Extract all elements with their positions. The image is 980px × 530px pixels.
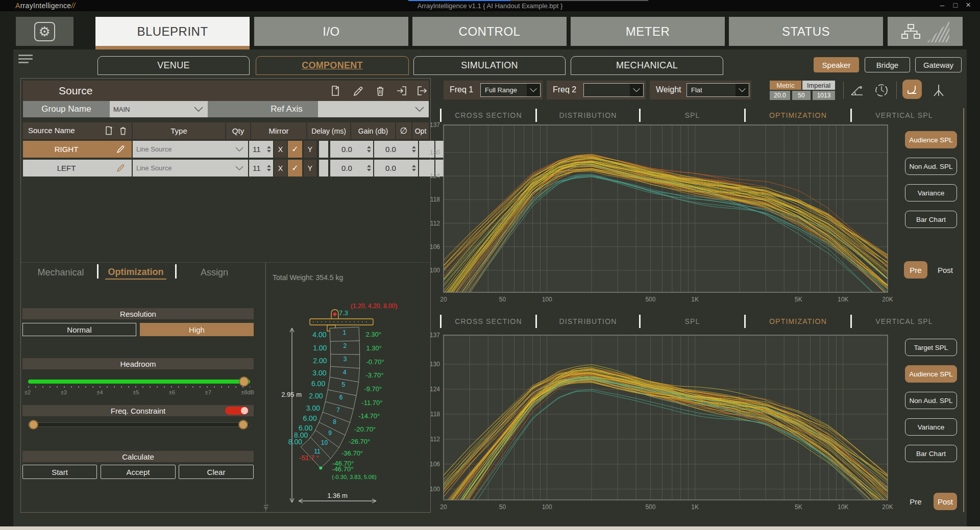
stepper-arrows-icon[interactable] bbox=[267, 165, 271, 171]
chart1-bar-chart-button[interactable]: Bar Chart bbox=[905, 211, 957, 228]
env-humidity-value[interactable]: 50 bbox=[792, 91, 811, 100]
chart-tab-spl[interactable]: SPL bbox=[641, 317, 744, 325]
env-temperature-value[interactable]: 20.0 bbox=[770, 91, 790, 100]
chart2-audience-spl-button[interactable]: Audience SPL bbox=[905, 365, 957, 383]
subtab-simulation[interactable]: SIMULATION bbox=[413, 56, 566, 75]
subtab-venue[interactable]: VENUE bbox=[97, 56, 250, 75]
mode-gateway-button[interactable]: Gateway bbox=[915, 57, 962, 72]
mirror-x-checkbox[interactable]: ✓ bbox=[288, 141, 302, 158]
delay-stepper[interactable]: 0.0 bbox=[330, 141, 373, 158]
headroom-slider[interactable] bbox=[28, 380, 250, 384]
chart1-non-aud-spl-button[interactable]: Non Aud. SPL bbox=[905, 158, 957, 175]
chart1-audience-spl-button[interactable]: Audience SPL bbox=[905, 131, 957, 148]
clear-button[interactable]: Clear bbox=[179, 465, 254, 479]
chart2-pre-button[interactable]: Pre bbox=[904, 493, 927, 510]
weight-dropdown[interactable]: Flat bbox=[687, 83, 749, 97]
mirror-y-checkbox[interactable] bbox=[319, 141, 328, 158]
mirror-x-checkbox[interactable]: ✓ bbox=[288, 160, 302, 176]
minimize-button[interactable]: – bbox=[940, 1, 944, 9]
source-name-cell[interactable]: LEFT bbox=[23, 160, 132, 176]
chart-tab-vertical-spl[interactable]: VERTICAL SPL bbox=[852, 111, 957, 119]
chart2-bar-chart-button[interactable]: Bar Chart bbox=[905, 445, 957, 462]
settings-nav-button[interactable]: ⚙ bbox=[16, 17, 74, 46]
subtab-mechanical[interactable]: MECHANICAL bbox=[571, 56, 723, 75]
freq-range-knob-high[interactable] bbox=[238, 420, 248, 430]
freq-constraint-toggle[interactable] bbox=[225, 407, 249, 415]
freq1-dropdown[interactable]: Full Range bbox=[480, 83, 541, 97]
chart-tab-distribution[interactable]: DISTRIBUTION bbox=[537, 317, 639, 325]
tab-control[interactable]: CONTROL bbox=[412, 17, 567, 46]
chart2-variance-button[interactable]: Variance bbox=[905, 418, 957, 436]
chart-tab-optimization[interactable]: OPTIMIZATION bbox=[746, 317, 850, 325]
mode-speaker-button[interactable]: Speaker bbox=[814, 57, 859, 72]
menu-hamburger-button[interactable] bbox=[18, 55, 33, 65]
tab-io[interactable]: I/O bbox=[254, 17, 408, 46]
chart-tab-vertical-spl[interactable]: VERTICAL SPL bbox=[852, 317, 957, 325]
chart-tab-optimization[interactable]: OPTIMIZATION bbox=[746, 111, 850, 119]
qty-stepper[interactable]: 11 bbox=[249, 141, 273, 158]
chart1-post-button[interactable]: Post bbox=[934, 261, 957, 279]
close-button[interactable]: × bbox=[966, 0, 971, 10]
resolution-high-button[interactable]: High bbox=[140, 323, 254, 336]
stepper-arrows-icon[interactable] bbox=[267, 146, 271, 153]
chart2-non-aud-spl-button[interactable]: Non Aud. SPL bbox=[905, 392, 957, 409]
tab-status[interactable]: STATUS bbox=[729, 17, 883, 46]
accept-button[interactable]: Accept bbox=[101, 465, 176, 479]
edit-source-icon[interactable] bbox=[352, 85, 364, 97]
type-dropdown[interactable]: Line Source bbox=[133, 160, 248, 176]
tab-assign-lower[interactable]: Assign bbox=[194, 265, 235, 280]
mirror-y-label: Y bbox=[304, 160, 316, 176]
stepper-arrows-icon[interactable] bbox=[367, 165, 371, 171]
qty-stepper[interactable]: 11 bbox=[249, 160, 273, 176]
tab-meter[interactable]: METER bbox=[571, 17, 725, 46]
env-pressure-value[interactable]: 1013 bbox=[813, 91, 835, 100]
gain-stepper[interactable]: 0.0 bbox=[374, 141, 418, 158]
stepper-arrows-icon[interactable] bbox=[412, 146, 416, 153]
import-source-icon[interactable] bbox=[396, 85, 408, 97]
mode-bridge-button[interactable]: Bridge bbox=[865, 57, 910, 72]
angle-tool-icon[interactable] bbox=[849, 83, 865, 98]
stepper-arrows-icon[interactable] bbox=[367, 146, 371, 153]
headroom-slider-knob[interactable] bbox=[239, 376, 249, 387]
gauge-icon[interactable] bbox=[874, 83, 889, 98]
pencil-icon[interactable] bbox=[116, 144, 126, 154]
tab-mechanical-lower[interactable]: Mechanical bbox=[33, 265, 89, 280]
export-source-icon[interactable] bbox=[416, 85, 428, 97]
chart1-pre-button[interactable]: Pre bbox=[904, 261, 927, 279]
chart2-post-button[interactable]: Post bbox=[934, 493, 957, 510]
delete-source-icon[interactable] bbox=[374, 85, 386, 97]
chart2-target-spl-button[interactable]: Target SPL bbox=[905, 339, 957, 356]
add-source-icon[interactable] bbox=[329, 85, 341, 97]
pencil-icon[interactable] bbox=[116, 163, 126, 173]
tripod-icon[interactable] bbox=[931, 83, 946, 98]
delay-stepper[interactable]: 0.0 bbox=[330, 160, 373, 176]
tab-optimization-lower[interactable]: Optimization bbox=[105, 265, 166, 280]
maximize-button[interactable]: □ bbox=[953, 1, 958, 9]
delete-row-icon[interactable] bbox=[118, 125, 128, 136]
group-name-dropdown[interactable]: MAIN bbox=[110, 101, 208, 117]
network-logo-button[interactable] bbox=[888, 17, 963, 46]
add-row-icon[interactable] bbox=[104, 125, 114, 136]
freq2-dropdown[interactable] bbox=[583, 83, 644, 97]
chart-tab-spl[interactable]: SPL bbox=[641, 111, 744, 119]
chart-tab-distribution[interactable]: DISTRIBUTION bbox=[537, 111, 639, 119]
stepper-arrows-icon[interactable] bbox=[412, 165, 416, 171]
tab-blueprint[interactable]: BLUEPRINT bbox=[95, 17, 250, 46]
spl-curve-tool-button[interactable] bbox=[902, 80, 922, 99]
box-splay-value: 6.00 bbox=[303, 414, 316, 422]
gain-stepper[interactable]: 0.0 bbox=[374, 160, 418, 176]
units-metric-button[interactable]: Metric bbox=[770, 81, 801, 90]
subtab-component[interactable]: COMPONENT bbox=[256, 56, 409, 75]
units-imperial-button[interactable]: Imperial bbox=[802, 81, 835, 90]
chart-tab-cross-section[interactable]: CROSS SECTION bbox=[442, 317, 535, 325]
freq-range-slider[interactable] bbox=[28, 422, 250, 427]
chart1-variance-button[interactable]: Variance bbox=[905, 184, 957, 201]
source-name-cell[interactable]: RIGHT bbox=[23, 141, 132, 158]
chart-tab-cross-section[interactable]: CROSS SECTION bbox=[442, 111, 535, 119]
ref-axis-dropdown[interactable] bbox=[318, 101, 429, 117]
start-button[interactable]: Start bbox=[22, 465, 97, 479]
freq-range-knob-low[interactable] bbox=[29, 420, 38, 430]
type-dropdown[interactable]: Line Source bbox=[133, 141, 248, 158]
mirror-y-checkbox[interactable] bbox=[319, 160, 328, 176]
resolution-normal-button[interactable]: Normal bbox=[22, 323, 136, 336]
